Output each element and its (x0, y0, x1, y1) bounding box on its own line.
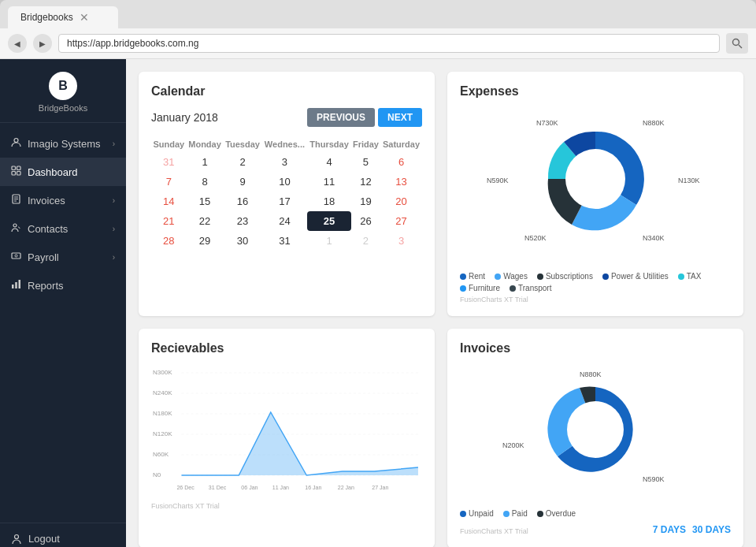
calendar-day[interactable]: 7 (151, 172, 187, 192)
svg-line-1 (739, 45, 742, 48)
invoices-chart: N880K N200K N590K (460, 365, 731, 491)
forward-button[interactable]: ▶ (33, 34, 52, 53)
sidebar-item-dashboard[interactable]: Dashboard (0, 158, 126, 186)
back-button[interactable]: ◀ (8, 34, 27, 53)
calendar-day[interactable]: 30 (223, 231, 261, 251)
calendar-day[interactable]: 14 (151, 192, 187, 211)
calendar-day-header: Sunday (151, 136, 187, 152)
sidebar-item-invoices[interactable]: Invoices › (0, 186, 126, 214)
invoice-icon (11, 194, 21, 207)
legend-item: Overdue (537, 509, 576, 518)
next-month-button[interactable]: NEXT (378, 108, 422, 127)
receivables-card: Recievables N300K N240K N180K N120K N60K… (139, 329, 435, 547)
calendar-grid: SundayMondayTuesdayWednes...ThursdayFrid… (151, 136, 422, 251)
svg-text:N880K: N880K (643, 119, 665, 127)
invoices-title: Invoices (460, 341, 731, 355)
sidebar-item-imagio[interactable]: Imagio Systems › (0, 129, 126, 158)
calendar-day[interactable]: 24 (262, 211, 308, 231)
calendar-day[interactable]: 29 (187, 231, 224, 251)
svg-rect-15 (15, 282, 17, 288)
sidebar-item-label: Dashboard (28, 166, 78, 178)
svg-rect-3 (12, 166, 16, 170)
invoices-card: Invoices N880K N200K N590K (447, 329, 743, 547)
browser-tab[interactable]: Bridgebooks ✕ (8, 6, 118, 28)
svg-rect-12 (12, 253, 20, 259)
main-content: Calendar January 2018 PREVIOUS NEXT Sund… (126, 59, 756, 547)
expenses-card: Expenses N730K N880K N590K N130K N520K N… (447, 72, 743, 316)
calendar-day[interactable]: 31 (151, 152, 187, 172)
calendar-day[interactable]: 10 (262, 172, 308, 192)
calendar-day[interactable]: 15 (187, 192, 224, 211)
calendar-day[interactable]: 26 (351, 211, 380, 231)
svg-rect-4 (17, 166, 21, 170)
close-icon[interactable]: ✕ (80, 11, 89, 24)
svg-text:N340K: N340K (643, 234, 665, 242)
svg-rect-6 (17, 172, 21, 176)
calendar-day[interactable]: 31 (262, 231, 308, 251)
chevron-icon: › (113, 225, 115, 233)
calendar-day[interactable]: 1 (187, 152, 224, 172)
svg-text:22 Jan: 22 Jan (338, 485, 354, 490)
calendar-month: January 2018 (151, 111, 218, 124)
logout-button[interactable]: Logout (11, 533, 115, 545)
calendar-day[interactable]: 22 (187, 211, 224, 231)
calendar-day-header: Thursday (307, 136, 351, 152)
svg-text:31 Dec: 31 Dec (209, 485, 227, 490)
expenses-title: Expenses (460, 84, 731, 99)
svg-text:11 Jan: 11 Jan (272, 485, 289, 490)
invoice-day-filter[interactable]: 30 DAYS (692, 524, 731, 535)
logo-text: BridgeBooks (39, 103, 87, 113)
calendar-day[interactable]: 6 (380, 152, 422, 172)
legend-item: Transport (510, 284, 551, 292)
legend-item: Furniture (460, 284, 500, 292)
sidebar-item-label: Invoices (28, 195, 65, 207)
calendar-day[interactable]: 27 (380, 211, 422, 231)
search-icon (732, 38, 743, 49)
calendar-day[interactable]: 16 (223, 192, 261, 211)
prev-month-button[interactable]: PREVIOUS (307, 108, 375, 127)
calendar-day[interactable]: 12 (351, 172, 380, 192)
svg-point-47 (567, 401, 624, 458)
contacts-icon (11, 222, 21, 235)
invoice-day-filter[interactable]: 7 DAYS (653, 524, 686, 535)
url-bar[interactable] (58, 34, 720, 53)
calendar-day[interactable]: 1 (307, 231, 351, 251)
calendar-day[interactable]: 11 (307, 172, 351, 192)
calendar-day[interactable]: 4 (307, 152, 351, 172)
calendar-day[interactable]: 8 (187, 172, 224, 192)
calendar-day[interactable]: 2 (223, 152, 261, 172)
calendar-day[interactable]: 20 (380, 192, 422, 211)
search-button[interactable] (726, 33, 748, 54)
calendar-day[interactable]: 13 (380, 172, 422, 192)
svg-text:N200K: N200K (502, 441, 524, 449)
calendar-day[interactable]: 3 (262, 152, 308, 172)
calendar-day[interactable]: 17 (262, 192, 308, 211)
logout-label: Logout (28, 533, 60, 545)
chevron-icon: › (113, 196, 115, 205)
invoice-days: 7 DAYS30 DAYS (653, 524, 731, 535)
calendar-day[interactable]: 18 (307, 192, 351, 211)
calendar-day-header: Saturday (380, 136, 422, 152)
svg-text:N60K: N60K (153, 451, 169, 458)
logo-initial: B (58, 79, 68, 93)
sidebar-item-label: Reports (28, 280, 64, 292)
svg-text:16 Jan: 16 Jan (305, 485, 321, 490)
sidebar-item-payroll[interactable]: Payroll › (0, 243, 126, 271)
calendar-day[interactable]: 3 (380, 231, 422, 251)
sidebar-item-reports[interactable]: Reports (0, 271, 126, 300)
calendar-day[interactable]: 2 (351, 231, 380, 251)
calendar-day[interactable]: 5 (351, 152, 380, 172)
sidebar-logo: B BridgeBooks (0, 59, 126, 123)
svg-text:N300K: N300K (153, 369, 172, 376)
calendar-day[interactable]: 9 (223, 172, 261, 192)
calendar-day[interactable]: 23 (223, 211, 261, 231)
calendar-day[interactable]: 19 (351, 192, 380, 211)
legend-item: Wages (495, 272, 528, 281)
sidebar-item-contacts[interactable]: Contacts › (0, 214, 126, 243)
svg-text:N130K: N130K (678, 177, 700, 184)
svg-text:N730K: N730K (536, 119, 558, 127)
calendar-day[interactable]: 21 (151, 211, 187, 231)
calendar-day[interactable]: 25 (307, 211, 351, 231)
svg-text:N120K: N120K (153, 430, 172, 437)
calendar-day[interactable]: 28 (151, 231, 187, 251)
